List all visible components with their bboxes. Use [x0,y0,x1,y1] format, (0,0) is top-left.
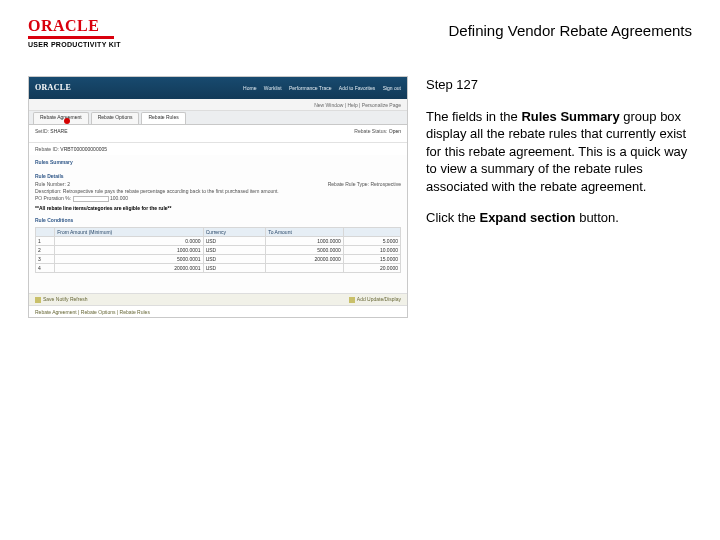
nav-signout[interactable]: Sign out [383,85,401,91]
cell [266,263,344,272]
callout-marker-icon [64,118,70,124]
rule-number-value: 2 [67,181,70,187]
proration-field[interactable] [73,196,109,202]
screenshot-column: ORACLE Home Worklist Performance Trace A… [28,76,408,318]
rule-type-label: Rebate Rule Type: [328,181,369,187]
page-title: Defining Vendor Rebate Agreements [449,22,693,39]
app-tabs: Rebate Agreement Rebate Options Rebate R… [29,111,407,125]
rules-summary-heading[interactable]: Rules Summary [35,159,401,165]
app-breadcrumb: New Window | Help | Personalize Page [29,99,407,111]
rule-type-value: Retrospective [370,181,401,187]
cell: USD [203,236,266,245]
desc-label: Description: [35,188,61,194]
body: ORACLE Home Worklist Performance Trace A… [28,76,692,318]
click-bold-expand-section: Expand section [479,210,575,225]
rebateid-label: Rebate ID: [35,146,59,152]
brand-logo: ORACLE [28,18,121,34]
cell: 20.0000 [343,263,400,272]
proration-value: 100.000 [110,195,128,201]
app-footer: Save Notify Refresh Add Update/Display R… [29,293,407,317]
rules-summary-section: Rules Summary [29,155,407,169]
tab-rebate-options[interactable]: Rebate Options [91,112,140,124]
cell: 3 [36,254,55,263]
brand-subtitle: USER PRODUCTIVITY KIT [28,41,121,48]
desc-value: Retrospective rule pays the rebate perce… [63,188,279,194]
cell: 4 [36,263,55,272]
footer-left[interactable]: Save Notify Refresh [43,296,87,302]
cell: 5.0000 [343,236,400,245]
instruction-click: Click the Expand section button. [426,209,692,227]
app-nav: Home Worklist Performance Trace Add to F… [237,85,401,91]
tab-rebate-agreement[interactable]: Rebate Agreement [33,112,89,124]
cell: 20000.0000 [266,254,344,263]
brand-block: ORACLE USER PRODUCTIVITY KIT [28,18,121,48]
footer-actions: Save Notify Refresh Add Update/Display [29,293,407,305]
step-label: Step 127 [426,76,692,94]
para-prefix: The fields in the [426,109,521,124]
table-header-row: From Amount (Minimum) Currency To Amount [36,227,401,236]
add-icon [349,297,355,303]
save-icon [35,297,41,303]
cell: 0.0000 [55,236,203,245]
cell: USD [203,263,266,272]
nav-perf-trace[interactable]: Performance Trace [289,85,332,91]
nav-worklist[interactable]: Worklist [264,85,282,91]
header: ORACLE USER PRODUCTIVITY KIT Defining Ve… [28,18,692,48]
app-screenshot: ORACLE Home Worklist Performance Trace A… [28,76,408,318]
status-value: Open [389,128,401,134]
status-label: Rebate Status: [354,128,387,134]
para-bold-rules-summary: Rules Summary [521,109,619,124]
th-to: To Amount [266,227,344,236]
conditions-table: From Amount (Minimum) Currency To Amount… [35,227,401,273]
rule-details-section: Rule Details Rule Number: 2 Rebate Rule … [29,169,407,213]
click-prefix: Click the [426,210,479,225]
app-topbar: ORACLE Home Worklist Performance Trace A… [29,77,407,99]
cell: 10.0000 [343,245,400,254]
cell: 5000.0000 [266,245,344,254]
tab-rebate-rules[interactable]: Rebate Rules [141,112,185,124]
cell: 1000.0001 [55,245,203,254]
nav-home[interactable]: Home [243,85,256,91]
cell: 20000.0001 [55,263,203,272]
proration-label: PO Proration %: [35,195,71,201]
cell: USD [203,254,266,263]
brand-divider [28,36,114,39]
rule-number-label: Rule Number: [35,181,66,187]
cell: 5000.0001 [55,254,203,263]
nav-favorites[interactable]: Add to Favorites [339,85,375,91]
cell: 1 [36,236,55,245]
setid-label: SetID: [35,128,49,134]
eligibility-note: **All rebate line items/categories are e… [35,205,401,211]
instruction-column: Step 127 The fields in the Rules Summary… [426,76,692,318]
th-blank [36,227,55,236]
cell: 1000.0000 [266,236,344,245]
rule-details-heading: Rule Details [35,173,401,179]
setid-value: SHARE [50,128,67,134]
cell: 15.0000 [343,254,400,263]
page: ORACLE USER PRODUCTIVITY KIT Defining Ve… [0,0,720,540]
th-pct [343,227,400,236]
table-row[interactable]: 3 5000.0001 USD 20000.0000 15.0000 [36,254,401,263]
header-fields-2: Rebate ID: VRBT000000000005 [29,143,407,155]
rule-conditions-section: Rule Conditions From Amount (Minimum) Cu… [29,213,407,275]
footer-right[interactable]: Add Update/Display [357,296,401,302]
th-currency: Currency [203,227,266,236]
header-fields: SetID: SHARE Rebate Status: Open [29,125,407,143]
footer-tabs: Rebate Agreement | Rebate Options | Reba… [29,305,407,317]
table-row[interactable]: 1 0.0000 USD 1000.0000 5.0000 [36,236,401,245]
rebateid-value: VRBT000000000005 [60,146,107,152]
cell: USD [203,245,266,254]
table-row[interactable]: 4 20000.0001 USD 20.0000 [36,263,401,272]
th-from: From Amount (Minimum) [55,227,203,236]
app-brand: ORACLE [35,83,71,93]
instruction-paragraph: The fields in the Rules Summary group bo… [426,108,692,196]
cell: 2 [36,245,55,254]
table-row[interactable]: 2 1000.0001 USD 5000.0000 10.0000 [36,245,401,254]
footer-tab-links[interactable]: Rebate Agreement | Rebate Options | Reba… [35,309,150,315]
click-suffix: button. [576,210,619,225]
rule-conditions-heading: Rule Conditions [35,217,401,223]
